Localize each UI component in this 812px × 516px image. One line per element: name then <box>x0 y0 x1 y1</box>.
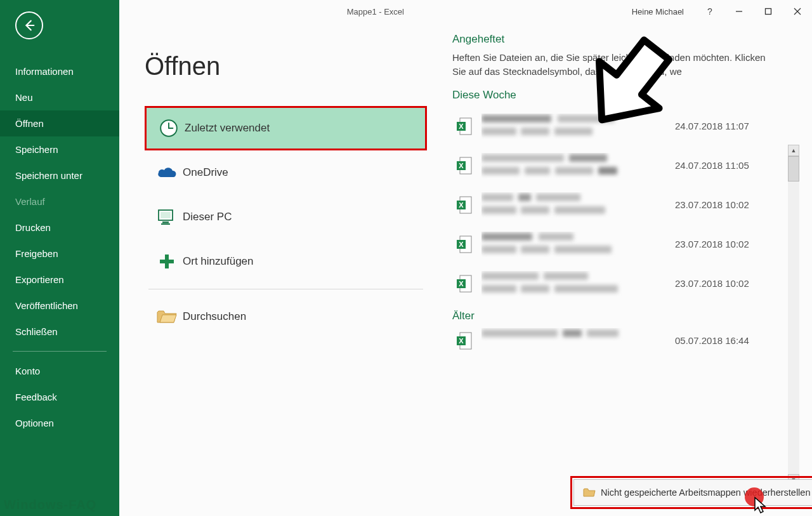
sidebar-item-label: Speichern <box>15 144 58 155</box>
file-date: 23.07.2018 10:02 <box>675 239 776 249</box>
file-date: 24.07.2018 11:07 <box>675 121 776 131</box>
recover-unsaved-button[interactable]: Nicht gespeicherte Arbeitsmappen wiederh… <box>573 479 812 506</box>
recent-file-row[interactable]: X 23.07.2018 10:02 <box>452 264 776 303</box>
sidebar-item-publish[interactable]: Veröffentlichen <box>0 293 119 319</box>
location-label: Durchsuchen <box>183 310 246 323</box>
sidebar-item-account[interactable]: Konto <box>0 358 119 384</box>
sidebar-item-label: Veröffentlichen <box>15 300 78 311</box>
backstage-sidebar: Informationen Neu Öffnen Speichern Speic… <box>0 0 119 516</box>
recent-file-row[interactable]: X 05.07.2018 16:44 <box>452 327 776 354</box>
excel-file-icon: X <box>456 235 473 254</box>
sidebar-item-label: Neu <box>15 92 33 103</box>
recent-file-row[interactable]: X 23.07.2018 10:02 <box>452 185 776 225</box>
window-title: Mappe1 - Excel <box>119 7 632 17</box>
clock-icon <box>159 118 179 138</box>
file-name-redacted <box>481 153 666 178</box>
svg-rect-2 <box>766 9 771 15</box>
scroll-up-button[interactable]: ▲ <box>788 145 799 156</box>
sidebar-item-label: Feedback <box>15 392 57 402</box>
sidebar-item-label: Speichern unter <box>15 170 82 181</box>
sidebar-item-feedback[interactable]: Feedback <box>0 384 119 410</box>
file-name-redacted <box>481 232 666 257</box>
svg-rect-11 <box>161 223 170 225</box>
computer-icon <box>157 208 177 226</box>
sidebar-item-share[interactable]: Freigeben <box>0 241 119 267</box>
recover-button-label: Nicht gespeicherte Arbeitsmappen wiederh… <box>601 487 810 498</box>
svg-text:X: X <box>459 280 464 288</box>
sidebar-item-label: Drucken <box>15 222 51 233</box>
close-icon <box>794 8 801 15</box>
thisweek-heading: Diese Woche <box>452 89 776 102</box>
svg-text:X: X <box>459 241 464 248</box>
help-icon: ? <box>707 6 712 17</box>
excel-file-icon: X <box>456 195 473 215</box>
plus-icon <box>158 253 176 270</box>
recent-file-row[interactable]: X 24.07.2018 11:05 <box>452 146 776 185</box>
pinned-help-text: Heften Sie Dateien an, die Sie später le… <box>452 51 776 79</box>
recent-file-row[interactable]: X 24.07.2018 11:07 <box>452 107 776 146</box>
excel-file-icon: X <box>456 274 473 293</box>
close-button[interactable] <box>783 2 812 21</box>
cloud-icon <box>156 166 178 180</box>
panel-scrollbar[interactable]: ▲ ▼ <box>788 145 799 486</box>
svg-text:X: X <box>459 337 464 345</box>
recent-file-row[interactable]: X 23.07.2018 10:02 <box>452 225 776 264</box>
sidebar-item-label: Optionen <box>15 418 54 428</box>
file-date: 24.07.2018 11:05 <box>675 160 776 171</box>
sidebar-item-save[interactable]: Speichern <box>0 136 119 162</box>
location-addplace[interactable]: Ort hinzufügen <box>145 239 427 284</box>
older-heading: Älter <box>452 310 776 322</box>
sidebar-item-saveas[interactable]: Speichern unter <box>0 162 119 189</box>
sidebar-item-label: Öffnen <box>15 118 44 129</box>
sidebar-item-close[interactable]: Schließen <box>0 319 119 345</box>
sidebar-item-print[interactable]: Drucken <box>0 215 119 241</box>
back-button[interactable] <box>15 11 43 39</box>
file-date: 05.07.2018 16:44 <box>675 335 776 346</box>
location-thispc[interactable]: Dieser PC <box>145 195 427 239</box>
sidebar-item-label: Schließen <box>15 326 58 337</box>
excel-file-icon: X <box>456 331 473 350</box>
sidebar-item-label: Freigeben <box>15 248 58 259</box>
svg-text:X: X <box>459 201 464 209</box>
watermark-text: Windows-FAQ <box>4 498 96 512</box>
arrow-left-icon <box>22 18 36 32</box>
file-date: 23.07.2018 10:02 <box>675 278 776 289</box>
minimize-button[interactable] <box>724 2 754 21</box>
maximize-button[interactable] <box>754 2 783 21</box>
sidebar-item-info[interactable]: Informationen <box>0 58 119 84</box>
file-name-redacted <box>481 114 666 139</box>
sidebar-item-open[interactable]: Öffnen <box>0 110 119 136</box>
sidebar-item-label: Verlauf <box>15 196 45 207</box>
location-label: Dieser PC <box>183 211 232 223</box>
svg-text:X: X <box>459 162 464 169</box>
scroll-thumb[interactable] <box>788 156 799 182</box>
location-onedrive[interactable]: OneDrive <box>145 150 427 195</box>
location-browse[interactable]: Durchsuchen <box>145 294 427 339</box>
help-button[interactable]: ? <box>695 2 724 21</box>
minimize-icon <box>735 8 743 15</box>
file-name-redacted <box>481 271 666 296</box>
main-area: Mappe1 - Excel Heine Michael ? Öffnen <box>119 0 812 516</box>
location-divider <box>148 289 423 289</box>
user-name[interactable]: Heine Michael <box>632 7 684 17</box>
folder-icon <box>583 487 596 498</box>
file-date: 23.07.2018 10:02 <box>675 199 776 210</box>
sidebar-item-options[interactable]: Optionen <box>0 410 119 436</box>
location-label: Ort hinzufügen <box>183 255 254 268</box>
sidebar-item-new[interactable]: Neu <box>0 84 119 110</box>
svg-text:X: X <box>459 122 464 130</box>
recent-panel: Angeheftet Heften Sie Dateien an, die Si… <box>427 23 812 516</box>
file-name-redacted <box>481 328 666 354</box>
sidebar-item-label: Informationen <box>15 66 74 77</box>
svg-rect-10 <box>162 222 169 223</box>
excel-file-icon: X <box>456 156 473 175</box>
svg-rect-13 <box>160 260 174 263</box>
location-recent[interactable]: Zuletzt verwendet <box>145 106 427 150</box>
sidebar-divider <box>13 351 107 352</box>
page-title: Öffnen <box>145 52 427 81</box>
sidebar-item-export[interactable]: Exportieren <box>0 267 119 293</box>
file-name-redacted <box>481 192 666 218</box>
location-label: OneDrive <box>183 166 228 179</box>
excel-file-icon: X <box>456 117 473 136</box>
pinned-heading: Angeheftet <box>452 33 776 46</box>
